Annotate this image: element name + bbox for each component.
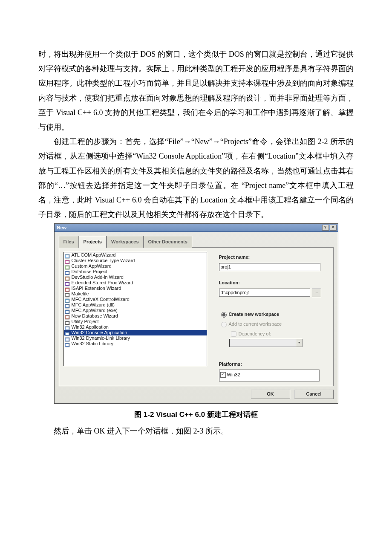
add-to-current-workspace-label: Add to current workspace bbox=[229, 320, 282, 329]
project-type-icon bbox=[65, 341, 70, 346]
svg-rect-27 bbox=[66, 327, 69, 330]
project-type-label: Win32 Static Library bbox=[72, 339, 113, 348]
platform-item-win32[interactable]: ✓ Win32 bbox=[220, 370, 318, 379]
tab-projects[interactable]: Projects bbox=[79, 236, 107, 248]
project-type-icon bbox=[65, 308, 70, 313]
dialog-right-pane: Project name: proj1 Location: d:\cppdir\… bbox=[207, 252, 329, 382]
paragraph-3: 然后，单击 OK 进入下一个对话框，如图 2-3 所示。 bbox=[38, 424, 354, 438]
svg-rect-15 bbox=[66, 294, 69, 296]
svg-rect-29 bbox=[66, 333, 69, 335]
paragraph-1: 时，将出现并使用一个类似于 DOS 的窗口，这个类似于 DOS 的窗口就是控制台… bbox=[38, 47, 354, 134]
add-to-current-workspace-radio-input bbox=[221, 322, 227, 327]
figure-caption: 图 1-2 Visual C++ 6.0 新建工程对话框 bbox=[38, 408, 354, 422]
project-type-icon bbox=[65, 336, 70, 341]
project-name-input[interactable]: proj1 bbox=[219, 263, 320, 271]
svg-rect-17 bbox=[66, 300, 69, 302]
svg-rect-11 bbox=[66, 283, 69, 285]
chevron-down-icon: ▾ bbox=[296, 339, 302, 347]
paragraph-2: 创建工程的步骤为：首先，选择“File”→“New”→“Projects”命令，… bbox=[38, 134, 354, 222]
project-type-icon bbox=[65, 303, 70, 307]
project-type-icon bbox=[65, 253, 70, 257]
dialog-title: New bbox=[57, 223, 67, 232]
project-type-item[interactable]: Win32 Static Library bbox=[64, 341, 207, 347]
platform-item-label: Win32 bbox=[227, 370, 240, 379]
svg-rect-5 bbox=[66, 266, 69, 269]
project-type-icon bbox=[65, 325, 70, 330]
project-type-icon bbox=[65, 292, 70, 296]
svg-rect-9 bbox=[66, 278, 69, 280]
svg-rect-1 bbox=[66, 255, 69, 257]
svg-rect-3 bbox=[66, 261, 69, 263]
dialog-titlebar: New ? × bbox=[55, 224, 338, 232]
project-type-icon bbox=[65, 330, 70, 335]
project-type-icon bbox=[65, 314, 70, 318]
tab-workspaces[interactable]: Workspaces bbox=[107, 236, 144, 248]
close-button[interactable]: × bbox=[330, 225, 337, 231]
dialog-button-row: OK Cancel bbox=[55, 386, 338, 403]
project-type-icon bbox=[65, 269, 70, 274]
svg-rect-13 bbox=[66, 289, 69, 291]
browse-button[interactable]: ... bbox=[312, 288, 321, 297]
project-type-icon bbox=[65, 264, 70, 269]
location-input[interactable]: d:\cppdir\proj1 bbox=[219, 289, 310, 297]
new-project-dialog: New ? × Files Projects Workspaces Other … bbox=[54, 223, 338, 404]
location-label: Location: bbox=[219, 278, 329, 287]
figure-container: New ? × Files Projects Workspaces Other … bbox=[38, 223, 354, 404]
dependency-of-combo: ▾ bbox=[229, 339, 303, 347]
help-button[interactable]: ? bbox=[322, 225, 329, 231]
add-to-current-workspace-radio: Add to current workspace bbox=[219, 320, 329, 329]
project-type-icon bbox=[65, 319, 70, 324]
document-page: 时，将出现并使用一个类似于 DOS 的窗口，这个类似于 DOS 的窗口就是控制台… bbox=[0, 0, 392, 464]
create-new-workspace-radio[interactable]: Create new workspace bbox=[219, 310, 329, 319]
svg-rect-33 bbox=[66, 344, 69, 346]
dependency-of-checkbox-input bbox=[231, 331, 236, 337]
svg-rect-19 bbox=[66, 305, 69, 307]
dialog-panel: ATL COM AppWizardCluster Resource Type W… bbox=[59, 247, 334, 386]
dependency-of-label: Dependency of: bbox=[239, 330, 271, 338]
project-type-icon bbox=[65, 258, 70, 263]
project-type-icon bbox=[65, 297, 70, 302]
ok-button[interactable]: OK bbox=[251, 390, 290, 399]
svg-rect-31 bbox=[66, 338, 69, 341]
svg-rect-25 bbox=[66, 322, 69, 324]
dependency-of-checkbox: Dependency of: bbox=[219, 330, 329, 338]
project-type-icon bbox=[65, 280, 70, 285]
checkbox-checked-icon: ✓ bbox=[220, 372, 226, 378]
project-name-label: Project name: bbox=[219, 253, 329, 262]
project-type-icon bbox=[65, 286, 70, 291]
svg-rect-7 bbox=[66, 272, 69, 274]
platforms-label: Platforms: bbox=[219, 360, 329, 369]
tab-files[interactable]: Files bbox=[59, 236, 79, 248]
svg-rect-21 bbox=[66, 311, 69, 313]
project-type-list[interactable]: ATL COM AppWizardCluster Resource Type W… bbox=[63, 252, 207, 366]
svg-rect-23 bbox=[66, 316, 69, 318]
create-new-workspace-label: Create new workspace bbox=[229, 310, 280, 319]
platforms-list[interactable]: ✓ Win32 bbox=[219, 370, 320, 382]
tab-other-documents[interactable]: Other Documents bbox=[144, 236, 192, 248]
project-type-icon bbox=[65, 275, 70, 280]
cancel-button[interactable]: Cancel bbox=[294, 390, 334, 399]
create-new-workspace-radio-input[interactable] bbox=[221, 312, 227, 318]
tab-strip: Files Projects Workspaces Other Document… bbox=[59, 235, 338, 247]
